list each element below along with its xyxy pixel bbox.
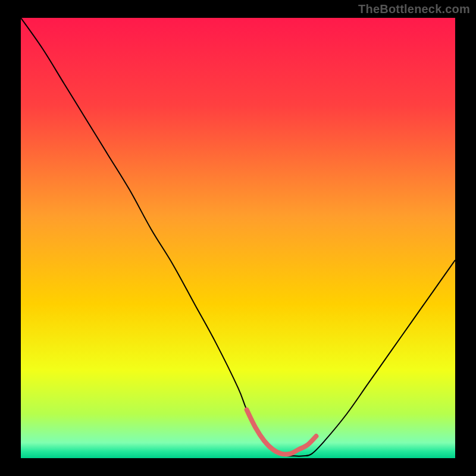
watermark-label: TheBottleneck.com [358,2,470,16]
chart-frame: TheBottleneck.com [0,0,476,476]
gradient-background [21,18,455,458]
plot-svg [21,18,455,458]
bottleneck-plot [21,18,455,458]
